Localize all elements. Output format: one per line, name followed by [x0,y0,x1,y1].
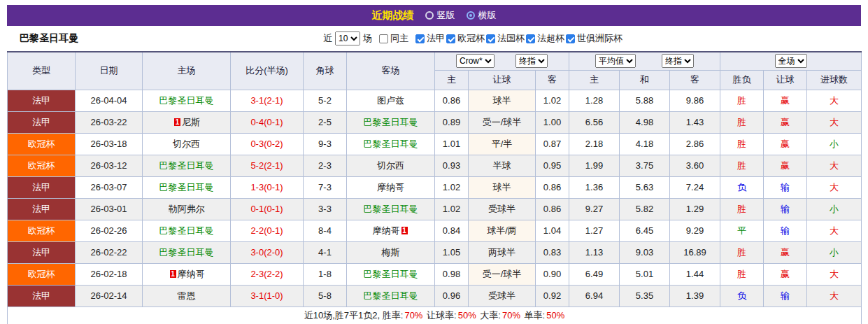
radio-horizontal-label: 横版 [478,9,497,22]
avg-stage-select[interactable]: 终指 [662,54,694,68]
avg-draw-cell: 5.82 [620,198,670,220]
league-filter[interactable]: 法甲 [415,32,445,45]
date-cell: 26-04-04 [76,90,143,111]
header-group-row: 类型 日期 主场 比分(半场) 角球 客场 Crow* 终指 平均值 终指 [8,52,862,70]
odds-handicap-cell: 球半/两 [469,220,536,241]
home-team-cell: 巴黎圣日耳曼 [143,220,231,241]
score-cell: 0-4(0-1) [231,111,304,133]
odds-company-select[interactable]: Crow* [456,54,495,68]
table-row: 法甲26-03-01勒阿弗尔0-1(0-1)3-3巴黎圣日耳曼1.02受球半0.… [8,198,862,220]
page-title: 近期战绩 [372,9,414,22]
home-team-cell: 巴黎圣日耳曼 [143,241,231,263]
header-score: 比分(半场) [231,52,304,90]
radio-option-horizontal[interactable]: 横版 [467,9,497,22]
avg-draw-cell: 4.98 [620,111,670,133]
result-cell: 平 [720,220,764,241]
odds-away-cell: 1.02 [536,90,569,111]
result-cell: 胜 [720,90,764,111]
odds-away-cell: 0.86 [536,198,569,220]
avg-away-cell: 2.86 [670,133,720,155]
checkbox-unchecked-icon[interactable] [379,34,388,43]
goals-result-cell: 小 [807,198,862,220]
header-type: 类型 [8,52,76,90]
league-filters: 法甲欧冠杯法国杯法超杯世俱洲际杯 [415,32,622,45]
league-filter-label: 法国杯 [497,32,525,45]
goals-result-cell: 小 [807,241,862,263]
handicap-result-cell: 赢 [764,133,807,155]
date-cell: 26-02-14 [76,285,143,307]
radio-option-vertical[interactable]: 竖版 [425,9,455,22]
filter-bar: 巴黎圣日耳曼 近 10 场 同主 法甲欧冠杯法国杯法超杯世俱洲际杯 [7,26,861,51]
goals-result-cell: 大 [807,90,862,111]
goals-result-cell: 大 [807,263,862,285]
odds-handicap-cell: 球半 [469,90,536,111]
league-filter[interactable]: 欧冠杯 [446,32,485,45]
odds-stage-select[interactable]: 终指 [515,54,548,68]
corner-cell: 9-3 [304,133,347,155]
checkbox-checked-icon[interactable] [446,34,455,43]
summary-segment: 50% [458,310,476,321]
checkbox-checked-icon[interactable] [486,34,495,43]
handicap-result-cell: 赢 [764,111,807,133]
team-name-text: 巴黎圣日耳曼 [364,116,418,129]
team-wrap: 巴黎圣日耳曼 [159,94,214,107]
radio-checked-icon[interactable] [467,11,475,20]
league-filter[interactable]: 法国杯 [486,32,525,45]
scope-select[interactable]: 全场 [775,54,807,68]
goals-result-cell: 大 [807,176,862,198]
handicap-result-cell: 输 [764,198,807,220]
away-team-cell: 切尔西 [347,155,435,176]
league-filter[interactable]: 世俱洲际杯 [566,32,622,45]
radio-unchecked-icon[interactable] [425,11,434,20]
score-cell: 5-2(2-1) [231,155,304,176]
league-filter-label: 法甲 [427,32,445,45]
odds-home-cell: 0.84 [435,220,469,241]
goals-result-cell: 大 [807,285,862,307]
home-team-cell: 巴黎圣日耳曼 [143,176,231,198]
handicap-result-cell: 输 [764,285,807,307]
same-home-filter[interactable]: 同主 [379,32,408,45]
team-name-text: 摩纳哥 [373,225,400,237]
league-filter[interactable]: 法超杯 [526,32,564,45]
team-name-text: 巴黎圣日耳曼 [159,94,214,107]
odds-away-cell: 1.00 [536,111,569,133]
league-cell: 法甲 [8,90,76,111]
red-card-badge: 1 [401,227,408,234]
odds-away-cell: 0.95 [536,155,569,176]
avg-home-cell: 6.56 [569,111,620,133]
odds-home-cell: 1.05 [435,241,469,263]
league-filter-label: 欧冠杯 [457,32,485,45]
odds-handicap-cell: 受球半 [469,285,536,307]
goals-result-cell: 大 [807,111,862,133]
away-team-cell: 巴黎圣日耳曼 [347,263,435,285]
team-name-text: 巴黎圣日耳曼 [364,138,418,150]
results-tbody: 法甲26-04-04巴黎圣日耳曼3-1(2-1)5-2图卢兹0.86球半1.02… [8,90,862,307]
team-name-text: 巴黎圣日耳曼 [159,225,214,237]
away-team-cell: 巴黎圣日耳曼 [347,198,435,220]
avg-type-select[interactable]: 平均值 [595,54,636,68]
results-table: 类型 日期 主场 比分(半场) 角球 客场 Crow* 终指 平均值 终指 [7,51,862,324]
goals-result-cell: 大 [807,155,862,176]
score-cell: 2-2(0-1) [231,220,304,241]
checkbox-checked-icon[interactable] [566,34,575,43]
result-cell: 胜 [720,241,764,263]
home-team-cell: 巴黎圣日耳曼 [143,155,231,176]
summary-segment: 50% [546,310,564,321]
header-goals: 进球数 [807,70,862,90]
match-count-select[interactable]: 10 [335,31,360,45]
summary-segment: 让球率: [424,310,456,321]
result-cell: 胜 [720,155,764,176]
corner-cell: 2-3 [304,155,347,176]
checkbox-checked-icon[interactable] [415,34,425,43]
home-team-cell: 勒阿弗尔 [143,198,231,220]
result-cell: 胜 [720,133,764,155]
corner-cell: 8-4 [304,220,347,241]
checkbox-checked-icon[interactable] [526,34,535,43]
summary-text: 近10场,胜7平1负2, 胜率:70% 让球率:50% 大率:70% 单率:50… [8,307,862,324]
team-name-text: 勒阿弗尔 [169,203,205,216]
team-wrap: 巴黎圣日耳曼 [364,116,418,129]
matches-label: 场 [363,32,372,45]
league-cell: 欧冠杯 [8,133,76,155]
result-cell: 胜 [720,111,764,133]
goals-result-cell: 小 [807,133,862,155]
